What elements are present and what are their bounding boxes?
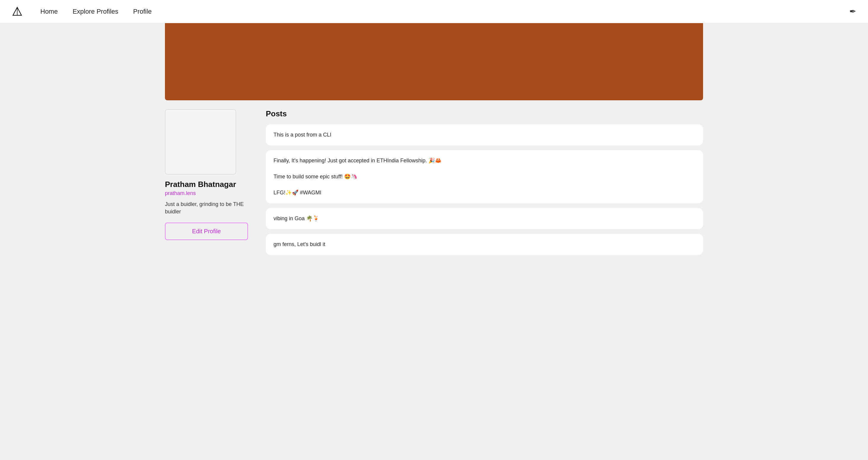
navbar: Home Explore Profiles Profile ✒ [0, 0, 868, 23]
nav-link-explore[interactable]: Explore Profiles [73, 8, 118, 16]
post-card: vibing in Goa 🌴🍹 [266, 208, 703, 229]
post-text: gm ferns, Let's buidl it [274, 241, 326, 247]
post-card: gm ferns, Let's buidl it [266, 234, 703, 255]
post-text: vibing in Goa 🌴🍹 [274, 215, 319, 221]
profile-container: Pratham Bhatnagar pratham.lens Just a bu… [165, 100, 703, 260]
nav-link-home[interactable]: Home [40, 8, 58, 16]
nav-links: Home Explore Profiles Profile [40, 8, 849, 16]
post-card: This is a post from a CLI [266, 124, 703, 146]
profile-name: Pratham Bhatnagar [165, 180, 248, 189]
profile-handle[interactable]: pratham.lens [165, 190, 248, 196]
post-text: Finally, It's happening! Just got accept… [274, 158, 441, 195]
posts-section: Posts This is a post from a CLI Finally,… [266, 109, 703, 260]
logo[interactable] [12, 6, 23, 17]
nav-right: ✒ [849, 6, 856, 16]
pen-icon[interactable]: ✒ [849, 6, 856, 16]
post-text: This is a post from a CLI [274, 132, 331, 138]
profile-bio: Just a buidler, grinding to be THE buidl… [165, 201, 248, 215]
profile-left: Pratham Bhatnagar pratham.lens Just a bu… [165, 109, 248, 260]
edit-profile-button[interactable]: Edit Profile [165, 222, 248, 240]
avatar [165, 109, 236, 175]
post-card: Finally, It's happening! Just got accept… [266, 150, 703, 203]
posts-title: Posts [266, 109, 703, 118]
cover-banner [165, 23, 703, 100]
nav-link-profile[interactable]: Profile [133, 8, 152, 16]
